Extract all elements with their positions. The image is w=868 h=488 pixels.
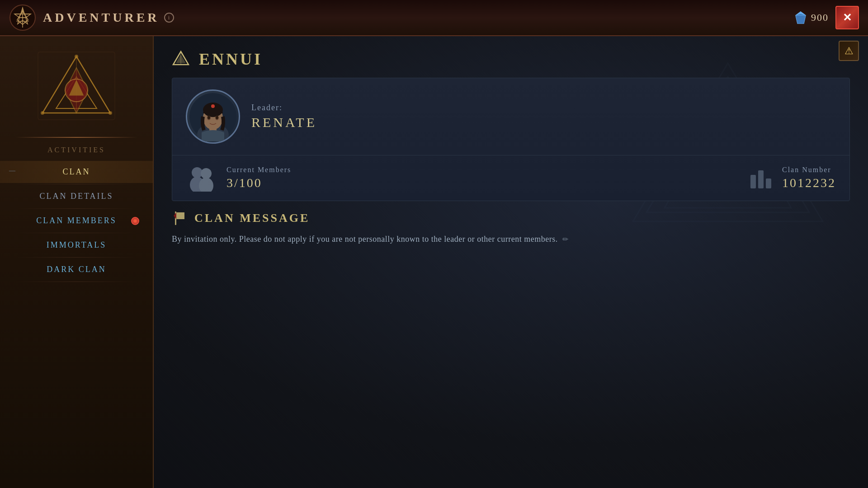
- alert-icon: ⚠: [844, 45, 854, 57]
- clan-title-icon: [172, 50, 190, 68]
- sidebar-item-immortals-label: IMMORTALS: [47, 240, 107, 249]
- header-bar: ADVENTURER i 900 ✕: [0, 0, 868, 36]
- sidebar-divider-top: [15, 137, 137, 138]
- sidebar-item-dark-clan[interactable]: DARK CLAN: [0, 258, 153, 281]
- rank-icon: [748, 166, 773, 191]
- clan-number-info: Clan Number 1012232: [782, 166, 836, 190]
- alert-button[interactable]: ⚠: [839, 41, 859, 61]
- leader-label: Leader:: [251, 103, 317, 113]
- leader-avatar: [186, 89, 240, 144]
- stats-section: Current Members 3/100 Clan Number 101223…: [172, 155, 849, 201]
- svg-point-19: [41, 111, 44, 115]
- members-count: 3/100: [226, 176, 291, 190]
- sidebar-item-immortals[interactable]: IMMORTALS: [0, 234, 153, 256]
- clan-emblem: [31, 45, 122, 127]
- svg-rect-44: [766, 178, 771, 188]
- clan-name: ENNUI: [199, 50, 263, 69]
- svg-point-36: [216, 116, 218, 119]
- nav-divider-1: [15, 184, 137, 184]
- clan-number-block: Clan Number 1012232: [748, 166, 836, 191]
- info-panel: Leader: RENATE: [172, 78, 850, 201]
- members-icon: [186, 164, 217, 192]
- svg-rect-43: [758, 170, 764, 188]
- main-content: ENNUI: [154, 36, 868, 488]
- clan-number-label: Clan Number: [782, 166, 836, 174]
- nav-divider-3: [15, 233, 137, 233]
- clan-title-section: ENNUI: [172, 50, 850, 69]
- sidebar-item-clan-members[interactable]: CLAN MEMBERS: [0, 210, 153, 232]
- svg-point-17: [75, 55, 78, 58]
- header-title: ADVENTURER: [43, 10, 160, 25]
- header-right: 900 ✕: [794, 6, 859, 29]
- header-logo-icon: [9, 4, 36, 31]
- svg-rect-42: [750, 175, 756, 188]
- sidebar: ACTIVITIES CLAN CLAN DETAILS CLAN MEMBER…: [0, 36, 154, 488]
- close-button[interactable]: ✕: [835, 6, 859, 29]
- members-block: Current Members 3/100: [186, 164, 748, 192]
- nav-divider-4: [15, 257, 137, 258]
- sidebar-item-clan-label: CLAN: [63, 167, 90, 176]
- activities-label: ACTIVITIES: [47, 146, 105, 154]
- members-info: Current Members 3/100: [226, 166, 291, 190]
- svg-point-18: [108, 111, 112, 115]
- svg-point-35: [208, 116, 210, 119]
- sidebar-item-clan-details-label: CLAN DETAILS: [39, 192, 113, 201]
- leader-section: Leader: RENATE: [172, 78, 849, 155]
- clan-number-value: 1012232: [782, 176, 836, 190]
- message-section: CLAN MESSAGE By invitation only. Please …: [172, 210, 850, 246]
- message-title-text: CLAN MESSAGE: [194, 211, 310, 225]
- sidebar-item-dark-clan-label: DARK CLAN: [47, 265, 106, 274]
- svg-point-40: [201, 168, 212, 179]
- sidebar-item-clan-details[interactable]: CLAN DETAILS: [0, 185, 153, 207]
- info-icon[interactable]: i: [164, 13, 174, 23]
- members-label: Current Members: [226, 166, 291, 174]
- nav-divider-2: [15, 208, 137, 209]
- edit-icon[interactable]: ✏: [562, 234, 569, 245]
- gem-icon: [794, 11, 807, 24]
- leader-info: Leader: RENATE: [251, 103, 317, 130]
- leader-name: RENATE: [251, 115, 317, 130]
- clan-members-badge: [131, 217, 139, 225]
- svg-point-37: [211, 104, 215, 108]
- close-icon: ✕: [843, 11, 852, 24]
- nav-divider-5: [15, 282, 137, 282]
- currency-amount: 900: [811, 12, 829, 23]
- message-flag-icon: [172, 210, 188, 226]
- currency-display: 900: [794, 11, 829, 24]
- message-body: By invitation only. Please do not apply …: [172, 233, 850, 246]
- message-title: CLAN MESSAGE: [172, 210, 850, 226]
- sidebar-item-clan-members-label: CLAN MEMBERS: [36, 216, 117, 225]
- sidebar-item-clan[interactable]: CLAN: [0, 161, 153, 183]
